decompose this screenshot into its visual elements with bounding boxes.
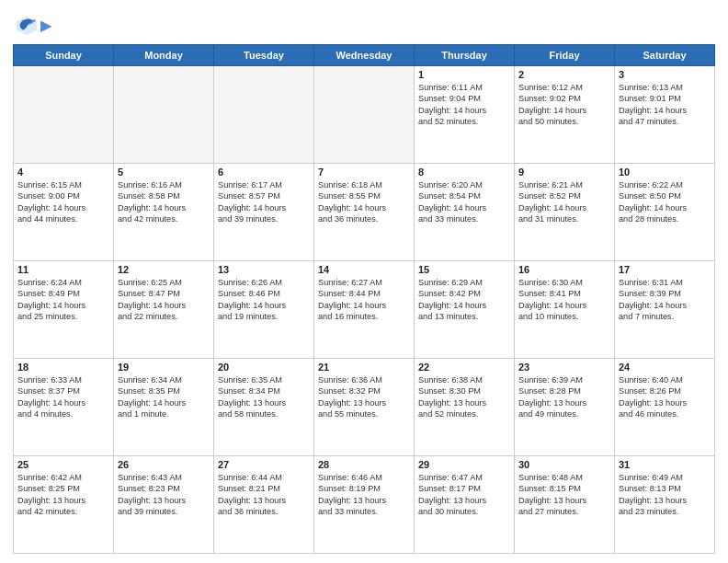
day-cell-26: 26Sunrise: 6:43 AM Sunset: 8:23 PM Dayli… — [114, 456, 214, 554]
day-number: 4 — [17, 167, 109, 178]
day-info: Sunrise: 6:48 AM Sunset: 8:15 PM Dayligh… — [518, 472, 610, 518]
day-info: Sunrise: 6:18 AM Sunset: 8:55 PM Dayligh… — [318, 179, 410, 225]
day-cell-12: 12Sunrise: 6:25 AM Sunset: 8:47 PM Dayli… — [114, 261, 214, 359]
weekday-header-friday: Friday — [515, 45, 615, 66]
day-info: Sunrise: 6:43 AM Sunset: 8:23 PM Dayligh… — [118, 472, 210, 518]
logo-icon — [13, 13, 39, 39]
day-number: 3 — [619, 69, 711, 80]
weekday-header-row: SundayMondayTuesdayWednesdayThursdayFrid… — [14, 45, 715, 66]
week-row-3: 11Sunrise: 6:24 AM Sunset: 8:49 PM Dayli… — [14, 261, 715, 359]
day-cell-29: 29Sunrise: 6:47 AM Sunset: 8:17 PM Dayli… — [415, 456, 515, 554]
day-number: 16 — [518, 264, 610, 275]
day-info: Sunrise: 6:24 AM Sunset: 8:49 PM Dayligh… — [17, 277, 109, 323]
day-number: 31 — [619, 459, 711, 470]
day-number: 7 — [318, 167, 410, 178]
day-info: Sunrise: 6:12 AM Sunset: 9:02 PM Dayligh… — [518, 82, 610, 128]
day-cell-10: 10Sunrise: 6:22 AM Sunset: 8:50 PM Dayli… — [615, 164, 715, 261]
weekday-header-wednesday: Wednesday — [314, 45, 415, 66]
day-cell-19: 19Sunrise: 6:34 AM Sunset: 8:35 PM Dayli… — [114, 359, 214, 456]
day-cell-24: 24Sunrise: 6:40 AM Sunset: 8:26 PM Dayli… — [615, 359, 715, 456]
day-number: 13 — [218, 264, 310, 275]
day-cell-21: 21Sunrise: 6:36 AM Sunset: 8:32 PM Dayli… — [314, 359, 415, 456]
day-number: 28 — [318, 459, 410, 470]
day-info: Sunrise: 6:42 AM Sunset: 8:25 PM Dayligh… — [17, 472, 109, 518]
weekday-header-saturday: Saturday — [615, 45, 715, 66]
day-info: Sunrise: 6:20 AM Sunset: 8:54 PM Dayligh… — [418, 179, 510, 225]
logo: ▶ — [13, 13, 51, 39]
day-cell-7: 7Sunrise: 6:18 AM Sunset: 8:55 PM Daylig… — [314, 164, 415, 261]
day-cell-9: 9Sunrise: 6:21 AM Sunset: 8:52 PM Daylig… — [515, 164, 615, 261]
day-cell-empty — [14, 66, 114, 164]
weekday-header-tuesday: Tuesday — [214, 45, 314, 66]
logo-text: ▶ — [40, 18, 51, 34]
day-cell-empty — [214, 66, 314, 164]
day-number: 27 — [218, 459, 310, 470]
day-cell-20: 20Sunrise: 6:35 AM Sunset: 8:34 PM Dayli… — [214, 359, 314, 456]
day-info: Sunrise: 6:22 AM Sunset: 8:50 PM Dayligh… — [619, 179, 711, 225]
day-number: 1 — [418, 69, 510, 80]
day-cell-27: 27Sunrise: 6:44 AM Sunset: 8:21 PM Dayli… — [214, 456, 314, 554]
day-info: Sunrise: 6:49 AM Sunset: 8:13 PM Dayligh… — [619, 472, 711, 518]
day-number: 9 — [518, 167, 610, 178]
day-info: Sunrise: 6:16 AM Sunset: 8:58 PM Dayligh… — [118, 179, 210, 225]
day-cell-empty — [114, 66, 214, 164]
day-number: 11 — [17, 264, 109, 275]
day-info: Sunrise: 6:17 AM Sunset: 8:57 PM Dayligh… — [218, 179, 310, 225]
day-cell-25: 25Sunrise: 6:42 AM Sunset: 8:25 PM Dayli… — [14, 456, 114, 554]
day-cell-13: 13Sunrise: 6:26 AM Sunset: 8:46 PM Dayli… — [214, 261, 314, 359]
day-number: 30 — [518, 459, 610, 470]
day-info: Sunrise: 6:25 AM Sunset: 8:47 PM Dayligh… — [118, 277, 210, 323]
day-cell-1: 1Sunrise: 6:11 AM Sunset: 9:04 PM Daylig… — [415, 66, 515, 164]
day-number: 18 — [17, 362, 109, 373]
page: ▶ SundayMondayTuesdayWednesdayThursdayFr… — [0, 0, 728, 563]
day-info: Sunrise: 6:15 AM Sunset: 9:00 PM Dayligh… — [17, 179, 109, 225]
day-info: Sunrise: 6:29 AM Sunset: 8:42 PM Dayligh… — [418, 277, 510, 323]
day-cell-11: 11Sunrise: 6:24 AM Sunset: 8:49 PM Dayli… — [14, 261, 114, 359]
day-number: 15 — [418, 264, 510, 275]
logo-blue: ▶ — [40, 17, 51, 33]
day-cell-28: 28Sunrise: 6:46 AM Sunset: 8:19 PM Dayli… — [314, 456, 415, 554]
day-cell-18: 18Sunrise: 6:33 AM Sunset: 8:37 PM Dayli… — [14, 359, 114, 456]
header: ▶ — [13, 9, 715, 39]
day-cell-23: 23Sunrise: 6:39 AM Sunset: 8:28 PM Dayli… — [515, 359, 615, 456]
day-number: 5 — [118, 167, 210, 178]
day-info: Sunrise: 6:33 AM Sunset: 8:37 PM Dayligh… — [17, 374, 109, 420]
day-cell-2: 2Sunrise: 6:12 AM Sunset: 9:02 PM Daylig… — [515, 66, 615, 164]
day-info: Sunrise: 6:40 AM Sunset: 8:26 PM Dayligh… — [619, 374, 711, 420]
day-info: Sunrise: 6:27 AM Sunset: 8:44 PM Dayligh… — [318, 277, 410, 323]
day-number: 10 — [619, 167, 711, 178]
day-info: Sunrise: 6:36 AM Sunset: 8:32 PM Dayligh… — [318, 374, 410, 420]
day-info: Sunrise: 6:38 AM Sunset: 8:30 PM Dayligh… — [418, 374, 510, 420]
week-row-1: 1Sunrise: 6:11 AM Sunset: 9:04 PM Daylig… — [14, 66, 715, 164]
weekday-header-sunday: Sunday — [14, 45, 114, 66]
day-number: 25 — [17, 459, 109, 470]
day-cell-14: 14Sunrise: 6:27 AM Sunset: 8:44 PM Dayli… — [314, 261, 415, 359]
day-cell-8: 8Sunrise: 6:20 AM Sunset: 8:54 PM Daylig… — [415, 164, 515, 261]
day-cell-15: 15Sunrise: 6:29 AM Sunset: 8:42 PM Dayli… — [415, 261, 515, 359]
day-number: 14 — [318, 264, 410, 275]
day-info: Sunrise: 6:13 AM Sunset: 9:01 PM Dayligh… — [619, 82, 711, 128]
day-number: 23 — [518, 362, 610, 373]
day-number: 17 — [619, 264, 711, 275]
day-info: Sunrise: 6:21 AM Sunset: 8:52 PM Dayligh… — [518, 179, 610, 225]
day-number: 24 — [619, 362, 711, 373]
day-info: Sunrise: 6:34 AM Sunset: 8:35 PM Dayligh… — [118, 374, 210, 420]
day-info: Sunrise: 6:47 AM Sunset: 8:17 PM Dayligh… — [418, 472, 510, 518]
day-cell-22: 22Sunrise: 6:38 AM Sunset: 8:30 PM Dayli… — [415, 359, 515, 456]
day-cell-30: 30Sunrise: 6:48 AM Sunset: 8:15 PM Dayli… — [515, 456, 615, 554]
weekday-header-thursday: Thursday — [415, 45, 515, 66]
day-info: Sunrise: 6:11 AM Sunset: 9:04 PM Dayligh… — [418, 82, 510, 128]
day-cell-4: 4Sunrise: 6:15 AM Sunset: 9:00 PM Daylig… — [14, 164, 114, 261]
day-cell-6: 6Sunrise: 6:17 AM Sunset: 8:57 PM Daylig… — [214, 164, 314, 261]
day-number: 19 — [118, 362, 210, 373]
day-number: 20 — [218, 362, 310, 373]
day-cell-31: 31Sunrise: 6:49 AM Sunset: 8:13 PM Dayli… — [615, 456, 715, 554]
day-cell-empty — [314, 66, 415, 164]
day-number: 21 — [318, 362, 410, 373]
day-cell-17: 17Sunrise: 6:31 AM Sunset: 8:39 PM Dayli… — [615, 261, 715, 359]
weekday-header-monday: Monday — [114, 45, 214, 66]
day-cell-16: 16Sunrise: 6:30 AM Sunset: 8:41 PM Dayli… — [515, 261, 615, 359]
day-number: 8 — [418, 167, 510, 178]
day-number: 22 — [418, 362, 510, 373]
day-number: 12 — [118, 264, 210, 275]
